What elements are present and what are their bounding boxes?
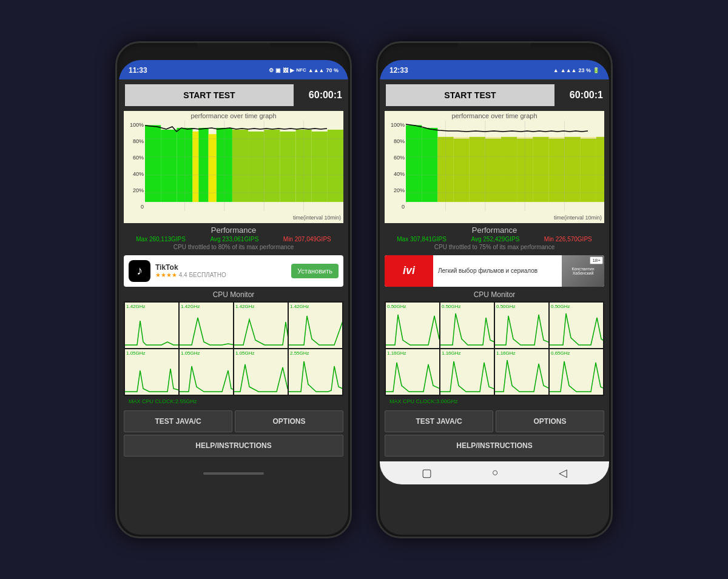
- phone1-cpu-freq-2: 1.42GHz: [235, 304, 255, 309]
- svg-rect-63: [550, 349, 603, 395]
- phone1-ad-banner[interactable]: ♪ TikTok ★★★★ 4.4 БЕСПЛАТНО Установить: [124, 255, 343, 287]
- phone1-cpu-freq-6: 1.05GHz: [235, 350, 255, 356]
- phone1-left-button3: [115, 195, 116, 228]
- phone1-stat-avg: Avg 233,061GIPS: [210, 236, 258, 243]
- phone2-bottom-buttons: TEST JAVA/C OPTIONS: [380, 407, 609, 435]
- phone2-battery-icon: 🔋: [593, 67, 599, 73]
- phone1-start-test-button[interactable]: START TEST: [125, 84, 294, 106]
- svg-rect-8: [232, 129, 248, 201]
- phone2-cpu-cell-1: 0.50GHz: [440, 303, 494, 348]
- phone1-options-button[interactable]: OPTIONS: [235, 410, 343, 432]
- phone2-y-0: 0: [386, 204, 405, 210]
- phone2-signal-icon: ▲▲▲: [561, 67, 577, 73]
- phone1-graph-section: performance over time graph 100% 80% 60%…: [124, 111, 343, 223]
- phone1-x-label: time(interval 10min): [293, 215, 341, 221]
- phone2-ivi-logo: ivi: [385, 255, 433, 287]
- phone2-cpu-max-label: MAX CPU CLOCK:3.00GHz: [385, 397, 604, 406]
- phone1-performance-section: Performance Max 260,113GIPS Avg 233,061G…: [119, 223, 348, 253]
- phone1-ad-info: TikTok ★★★★ 4.4 БЕСПЛАТНО: [155, 263, 286, 278]
- phone2-y-labels: 100% 80% 60% 40% 20% 0: [385, 121, 406, 211]
- phone2-cpu-graph-0: [386, 303, 439, 348]
- svg-rect-2: [161, 129, 177, 201]
- svg-rect-47: [437, 136, 604, 201]
- phone2-top-bar: START TEST 60:00:1: [380, 79, 609, 111]
- phone1-home-indicator: [119, 461, 348, 480]
- svg-rect-16: [209, 134, 217, 202]
- phone1-cpu-section: CPU Monitor 1.42GHz 1.42GHz: [119, 289, 348, 407]
- phone2-cpu-freq-4: 1.16GHz: [387, 350, 406, 356]
- phone2-cpu-cell-7: 0.65GHz: [550, 349, 603, 395]
- svg-rect-28: [289, 303, 342, 348]
- phone2-options-button[interactable]: OPTIONS: [496, 410, 604, 432]
- svg-rect-56: [386, 303, 439, 348]
- phone1-cpu-graph-6: [234, 349, 288, 395]
- phone1-left-button2: [115, 155, 116, 189]
- phone2-cpu-cell-3: 0.50GHz: [550, 303, 603, 348]
- phone2-cpu-graph-6: [495, 349, 548, 395]
- phone2-performance-section: Performance Max 307,841GIPS Avg 252,429G…: [380, 223, 609, 253]
- phone1-cpu-graph-3: [289, 303, 342, 348]
- phone1-battery: 70 %: [326, 67, 339, 73]
- phone1-install-button[interactable]: Установить: [291, 264, 339, 278]
- phone2-nav-home-icon[interactable]: ○: [492, 466, 499, 479]
- phone2-ad-banner[interactable]: ivi Легкий выбор фильмов и сериалов Конс…: [385, 255, 604, 287]
- phone2-y-40: 40%: [386, 171, 405, 177]
- phone2-cpu-cell-4: 1.16GHz: [386, 349, 439, 395]
- phone2-cpu-graph-1: [440, 303, 494, 348]
- phone2-nav-square-icon[interactable]: ▢: [422, 466, 432, 480]
- phone1-nfc-icon: NFC: [296, 67, 306, 73]
- phone2-performance-title: Performance: [385, 226, 604, 235]
- phone1-cpu-graph-5: [180, 349, 233, 395]
- phone-2: 12:33 ▲ ▲▲▲ 23 % 🔋 START TEST 60:00:1 pe…: [376, 41, 613, 538]
- phone1-cpu-graph-0: [125, 303, 178, 348]
- phone1-cpu-graph-2: [234, 303, 288, 348]
- phone1-timer: 60:00:1: [300, 90, 342, 101]
- phone1-status-bar: 11:33 ⚙ ▣ 🖼 ▶ NFC ▲▲▲ 70 %: [119, 60, 348, 79]
- phone2-test-java-button[interactable]: TEST JAVA/C: [385, 410, 493, 432]
- phone2-help-button[interactable]: HELP/INSTRUCTIONS: [385, 435, 604, 457]
- phone1-y-40: 40%: [125, 171, 144, 177]
- svg-rect-35: [422, 127, 437, 201]
- svg-rect-14: [328, 129, 343, 201]
- phone1-img-icon: 🖼: [283, 67, 288, 73]
- phone1-cpu-freq-4: 1.05GHz: [126, 350, 146, 356]
- svg-rect-5: [198, 127, 208, 201]
- phone1-cpu-cell-0: 1.42GHz: [125, 303, 178, 348]
- phone1-signal-icon: ▲▲▲: [308, 67, 325, 73]
- phone2-x-label: time(interval 10min): [554, 215, 602, 221]
- phone1-cpu-graph-4: [125, 349, 178, 395]
- svg-rect-15: [192, 131, 198, 201]
- phone2-y-20: 20%: [386, 187, 405, 193]
- phone2-stat-max: Max 307,841GIPS: [397, 236, 447, 243]
- phone2-start-test-button[interactable]: START TEST: [386, 84, 554, 106]
- svg-rect-9: [248, 131, 264, 201]
- phone1-help-button[interactable]: HELP/INSTRUCTIONS: [124, 435, 343, 457]
- phone1-graph-canvas: [145, 121, 343, 211]
- phone1-status-icons: ⚙ ▣ 🖼 ▶ NFC ▲▲▲ 70 %: [269, 67, 339, 73]
- phone2-cpu-graph-2: [495, 303, 548, 348]
- phone1-cpu-cell-4: 1.05GHz: [125, 349, 178, 395]
- phone1-cpu-cell-1: 1.42GHz: [180, 303, 233, 348]
- svg-rect-10: [264, 129, 280, 201]
- phone1-y-100: 100%: [125, 122, 144, 128]
- phone2-ivi-person-name: Константин Хабенский: [562, 266, 604, 276]
- phone1-cpu-cell-2: 1.42GHz: [234, 303, 288, 348]
- phone1-left-button1: [115, 128, 116, 149]
- phone1-app-content: START TEST 60:00:1 performance over time…: [119, 79, 348, 535]
- phone2-nav-back-icon[interactable]: ◁: [559, 466, 567, 480]
- phone2-nav-bar: ▢ ○ ◁: [380, 461, 609, 484]
- phone1-y-60: 60%: [125, 155, 144, 161]
- phone2-throttle-text: CPU throttled to 75% of its max performa…: [385, 244, 604, 250]
- phone2-status-icons: ▲ ▲▲▲ 23 % 🔋: [553, 67, 599, 73]
- phone2-cpu-cell-0: 0.50GHz: [386, 303, 439, 348]
- phone1-graph-svg: [145, 121, 343, 211]
- phone2-y-80: 80%: [386, 138, 405, 144]
- svg-rect-11: [280, 131, 295, 201]
- phone2-cpu-freq-6: 1.16GHz: [496, 350, 516, 356]
- phone1-cpu-title: CPU Monitor: [124, 290, 343, 299]
- phone2-left-button2: [376, 155, 377, 189]
- phone1-test-java-button[interactable]: TEST JAVA/C: [124, 410, 232, 432]
- phone1-ad-icon: ♪: [129, 260, 150, 282]
- phone2-cpu-cell-5: 1.16GHz: [440, 349, 494, 395]
- phone2-app-content: START TEST 60:00:1 performance over time…: [380, 79, 609, 535]
